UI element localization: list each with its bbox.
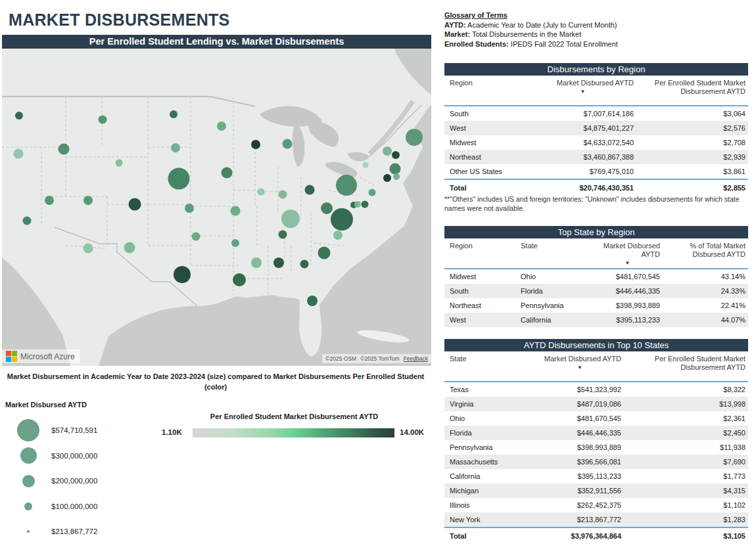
column-header-state[interactable]: State	[515, 242, 593, 268]
table-row[interactable]: Midwest$4,633,072,540$2,708	[444, 135, 748, 150]
map-bubble[interactable]	[321, 202, 333, 214]
column-header-market-disbursed-aytd[interactable]: Market Disbursed AYTD▼	[536, 355, 624, 381]
map-bubble[interactable]	[99, 116, 107, 124]
map-bubble[interactable]	[15, 112, 23, 120]
map-bubble[interactable]	[258, 189, 265, 196]
table-row[interactable]: NortheastPennsylvania$398,993,88922.41%	[444, 298, 748, 313]
total-cell: $20,746,430,351	[530, 184, 636, 192]
map-bubble[interactable]	[300, 260, 309, 269]
table-cell: Michigan	[444, 487, 536, 495]
table-cell: Midwest	[444, 139, 530, 146]
map-bubble[interactable]	[283, 139, 293, 149]
table-row[interactable]: Massachusetts$396,566,081$7,690	[444, 455, 748, 469]
column-header-market-disbursed-aytd[interactable]: Market Disbursed AYTD▼	[593, 242, 663, 268]
column-header-market-disbursed-aytd[interactable]: Market Disbursed AYTD▼	[530, 79, 636, 105]
table-cell: $481,670,545	[536, 414, 624, 422]
map-bubble[interactable]	[233, 273, 246, 286]
map-bubble[interactable]	[354, 201, 361, 208]
table-row[interactable]: Ohio$481,670,545$2,361	[444, 411, 748, 426]
table-row[interactable]: Virginia$487,019,086$13,998	[444, 397, 748, 411]
map-bubble[interactable]	[273, 257, 284, 268]
size-legend-item: $300,000,000	[5, 443, 150, 469]
table-header: StateMarket Disbursed AYTD▼Per Enrolled …	[444, 351, 748, 382]
map-bubble[interactable]	[251, 257, 262, 268]
map-bubble[interactable]	[390, 164, 401, 175]
table-row[interactable]: SouthFlorida$446,446,33524.33%	[444, 284, 748, 298]
map-bubble[interactable]	[363, 162, 369, 168]
table-row[interactable]: West$4,875,401,227$2,576	[444, 121, 748, 135]
map-bubble[interactable]	[307, 296, 318, 306]
column-header-region[interactable]: Region	[444, 79, 530, 105]
table-row[interactable]: California$395,113,233$1,773	[444, 469, 748, 483]
table-cell: $2,708	[636, 139, 748, 146]
table-row[interactable]: South$7,007,614,186$3,064	[444, 106, 748, 121]
map-bubble[interactable]	[14, 149, 24, 159]
table-row[interactable]: Florida$446,446,335$2,450	[444, 426, 748, 440]
table-cell: $7,007,614,186	[530, 110, 636, 118]
sort-descending-icon[interactable]: ▼	[625, 260, 630, 267]
table-total-row: Total$20,746,430,351$2,855	[444, 179, 748, 196]
total-cell: $2,855	[636, 184, 748, 192]
table-row[interactable]: Pennsylvania$398,993,889$11,938	[444, 440, 748, 455]
map-bubble[interactable]	[45, 196, 54, 205]
map-bubble[interactable]	[222, 168, 233, 179]
map-bubble[interactable]	[83, 196, 93, 205]
column-header--of-total-market-disbursed-aytd[interactable]: % of Total Market Disbursed AYTD	[663, 242, 748, 268]
map-bubble[interactable]	[331, 208, 353, 231]
map-bubble[interactable]	[279, 190, 287, 199]
map-bubble[interactable]	[129, 198, 141, 211]
map-bubble[interactable]	[318, 247, 331, 259]
column-header-region[interactable]: Region	[444, 242, 515, 268]
total-cell: Total	[444, 184, 530, 192]
map-bubble[interactable]	[393, 173, 400, 180]
column-header-per-enrolled-student-market-disbursement-aytd[interactable]: Per Enrolled Student Market Disbursement…	[636, 79, 748, 105]
sort-descending-icon[interactable]: ▼	[580, 89, 586, 95]
map-bubble[interactable]	[231, 206, 241, 216]
table-cell: 22.41%	[663, 302, 748, 309]
table-row[interactable]: Illinois$262,452,375$1,102	[444, 498, 748, 512]
size-legend-circle	[27, 530, 30, 533]
table-row[interactable]: New York$213,867,772$1,283	[444, 512, 748, 527]
map-bubble[interactable]	[336, 175, 357, 196]
map-bubble[interactable]	[170, 110, 177, 118]
map-bubble[interactable]	[83, 244, 93, 254]
map-bubble[interactable]	[59, 144, 70, 155]
map-bubble[interactable]	[174, 266, 191, 283]
map-bubble[interactable]	[362, 201, 369, 208]
map-bubble[interactable]	[116, 160, 123, 167]
map-bubble[interactable]	[251, 140, 260, 149]
map-bubble[interactable]	[281, 210, 300, 228]
size-legend-value: $213,867,772	[51, 527, 97, 535]
table-row[interactable]: MidwestOhio$481,670,54543.14%	[444, 269, 748, 284]
map-bubble[interactable]	[279, 231, 287, 239]
glossary: Glossary of Terms AYTD: Academic Year to…	[444, 11, 618, 49]
table-disbursements-by-region: Disbursements by RegionRegionMarket Disb…	[444, 63, 748, 196]
column-header-state[interactable]: State	[444, 355, 536, 381]
map-bubble[interactable]	[168, 168, 190, 190]
size-legend-item: $213,867,772	[5, 519, 150, 545]
table-row[interactable]: WestCalifornia$395,113,23344.07%	[444, 313, 748, 327]
map-bubble[interactable]	[392, 151, 400, 159]
table-row[interactable]: Other US States$769,475,010$3,861	[444, 164, 748, 179]
table-row[interactable]: Texas$541,323,992$8,322	[444, 382, 748, 397]
sort-descending-icon[interactable]: ▼	[577, 365, 582, 371]
map-bubble[interactable]	[333, 231, 343, 240]
us-bubble-map[interactable]: Microsoft Azure ©2025 OSM ©2025 TomTom F…	[2, 49, 431, 366]
map-bubble[interactable]	[383, 146, 392, 156]
map-bubble[interactable]	[217, 122, 226, 131]
map-bubble[interactable]	[185, 204, 194, 213]
map-bubble[interactable]	[369, 189, 376, 196]
map-bubble[interactable]	[231, 239, 239, 247]
table-top-state-by-region: Top State by RegionRegionStateMarket Dis…	[444, 226, 748, 327]
table-row[interactable]: Northeast$3,460,867,388$2,939	[444, 150, 748, 164]
map-bubble[interactable]	[192, 233, 201, 241]
map-bubble[interactable]	[124, 242, 135, 254]
map-bubble[interactable]	[171, 143, 180, 152]
table-row[interactable]: Michigan$352,911,556$4,315	[444, 483, 748, 498]
map-bubble[interactable]	[406, 129, 423, 146]
map-bubble[interactable]	[383, 174, 391, 182]
map-bubble[interactable]	[23, 217, 32, 225]
map-bubble[interactable]	[305, 185, 315, 195]
column-header-per-enrolled-student-market-disbursement-aytd[interactable]: Per Enrolled Student Market Disbursement…	[624, 355, 748, 381]
feedback-link[interactable]: Feedback	[404, 355, 428, 362]
